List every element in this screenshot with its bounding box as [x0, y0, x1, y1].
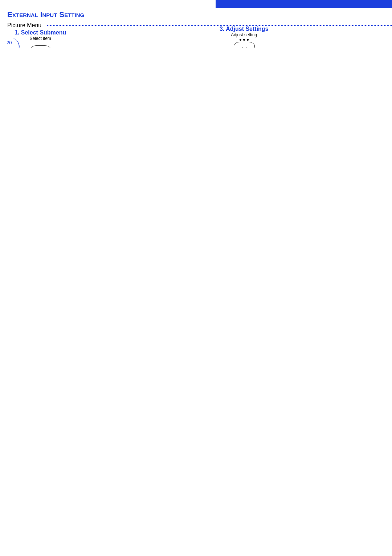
remote-select-item	[26, 42, 55, 48]
content: 1. Select Submenu Select item ◧ Picture	[0, 26, 392, 48]
step3-hint: Adjust setting	[220, 32, 269, 37]
page-title: External Input Setting	[0, 8, 392, 20]
page-number: 20	[7, 40, 12, 45]
section-row: Picture Menu	[0, 20, 392, 26]
top-band	[0, 0, 392, 8]
step-1: 1. Select Submenu Select item	[15, 29, 66, 48]
step3-title: 3. Adjust Settings	[220, 26, 269, 32]
step-3: 3. Adjust Settings Adjust setting	[220, 26, 269, 48]
step1-hint: Select item	[15, 36, 66, 41]
remote-adjust-0	[229, 39, 258, 48]
step1-title: 1. Select Submenu	[15, 29, 66, 36]
